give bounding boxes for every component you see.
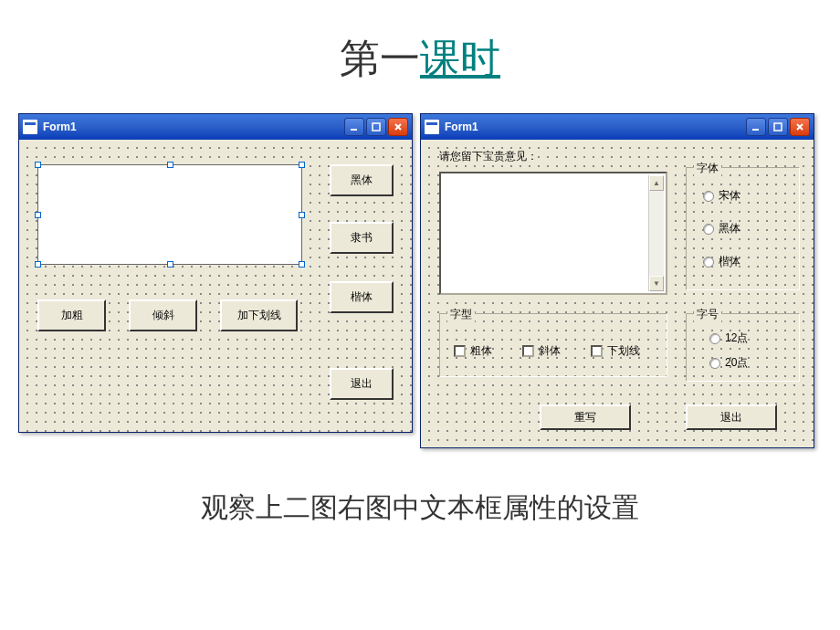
form2-body: 请您留下宝贵意见： ▲ ▼ 字体 宋体 黑体 (421, 140, 814, 447)
form1-body: 黑体 隶书 楷体 加粗 倾斜 加下划线 退出 (19, 140, 412, 432)
checkbox-icon (522, 345, 534, 357)
style-italic-check[interactable]: 斜体 (522, 343, 561, 359)
minimize-button[interactable] (746, 118, 766, 136)
radio-icon (703, 257, 714, 268)
radio-icon (703, 191, 714, 202)
heiti-button[interactable]: 黑体 (330, 164, 394, 196)
style-underline-check[interactable]: 下划线 (591, 343, 640, 359)
form2-titlebar[interactable]: Form1 (421, 114, 814, 140)
exit-button-2[interactable]: 退出 (686, 404, 777, 430)
lishu-button[interactable]: 隶书 (330, 222, 394, 254)
checkbox-icon (591, 345, 603, 357)
radio-icon (703, 224, 714, 235)
close-button[interactable] (388, 118, 408, 136)
form1-app-icon (23, 120, 37, 134)
title-part1: 第一 (340, 37, 420, 81)
form2-textbox[interactable]: ▲ ▼ (439, 172, 667, 295)
svg-rect-3 (774, 123, 782, 131)
form1-titlebar[interactable]: Form1 (19, 114, 412, 140)
font-kai-radio[interactable]: 楷体 (703, 254, 740, 269)
italic-button[interactable]: 倾斜 (129, 299, 197, 331)
maximize-button[interactable] (768, 118, 788, 136)
bold-button[interactable]: 加粗 (37, 299, 106, 331)
radio-icon (709, 333, 720, 344)
svg-rect-0 (351, 129, 357, 131)
form1-title-text: Form1 (43, 121, 77, 133)
footer-text: 观察上二图右图中文本框属性的设置 (0, 448, 840, 527)
radio-icon (709, 358, 720, 369)
size-group-title: 字号 (694, 307, 721, 322)
form2-app-icon (425, 120, 439, 134)
minimize-button[interactable] (344, 118, 364, 136)
scroll-down-button[interactable]: ▼ (649, 276, 664, 291)
form2-window: Form1 请您留下宝贵意见： ▲ ▼ 字体 宋体 (420, 113, 814, 448)
prompt-label: 请您留下宝贵意见： (439, 149, 538, 164)
rewrite-button[interactable]: 重写 (540, 404, 631, 430)
form1-textbox[interactable] (37, 164, 302, 265)
font-groupbox: 字体 宋体 黑体 楷体 (686, 167, 800, 290)
scroll-up-button[interactable]: ▲ (649, 175, 664, 191)
style-groupbox: 字型 粗体 斜体 下划线 (439, 313, 667, 377)
close-button[interactable] (790, 118, 810, 136)
form1-window-controls (344, 118, 408, 136)
form2-title-text: Form1 (445, 121, 478, 133)
checkbox-icon (454, 345, 466, 357)
style-group-title: 字型 (447, 307, 475, 322)
size-20-radio[interactable]: 20点 (709, 355, 748, 371)
underline-button[interactable]: 加下划线 (220, 299, 298, 331)
font-group-title: 字体 (694, 161, 721, 176)
font-hei-radio[interactable]: 黑体 (703, 221, 740, 236)
kaiti-button[interactable]: 楷体 (330, 281, 394, 313)
exit-button[interactable]: 退出 (330, 368, 394, 400)
forms-container: Form1 黑体 隶书 楷体 加粗 倾斜 (0, 86, 840, 448)
svg-rect-2 (752, 129, 759, 131)
svg-rect-1 (373, 123, 380, 131)
font-song-radio[interactable]: 宋体 (703, 188, 740, 204)
size-12-radio[interactable]: 12点 (709, 331, 748, 346)
size-groupbox: 字号 12点 20点 (686, 313, 800, 382)
page-title: 第一课时 (0, 0, 840, 86)
form2-window-controls (746, 118, 810, 136)
textbox-scrollbar[interactable]: ▲ ▼ (648, 175, 664, 291)
maximize-button[interactable] (366, 118, 386, 136)
form1-window: Form1 黑体 隶书 楷体 加粗 倾斜 (18, 113, 413, 433)
style-bold-check[interactable]: 粗体 (454, 343, 492, 359)
title-link-part: 课时 (420, 37, 500, 81)
